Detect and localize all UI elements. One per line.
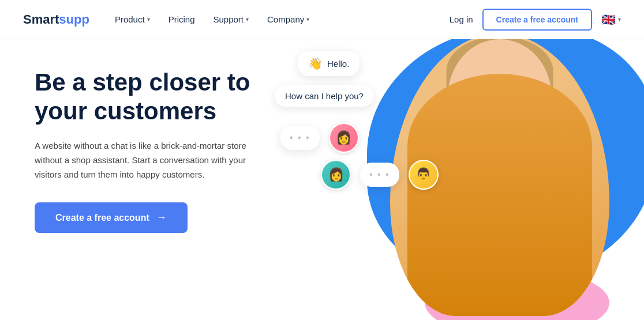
avatar-pink: 👩 [329,123,359,153]
hero-left-content: Be a step closer to your customers A web… [35,62,289,233]
chevron-down-icon: ▾ [246,16,249,22]
dots-row: 👩 • • • 👨 [321,160,448,190]
arrow-icon: → [156,212,167,224]
logo[interactable]: Smartsupp [23,12,89,27]
nav-right: Log in Create a free account 🇬🇧 ▾ [450,9,621,31]
nav-links: Product ▾ Pricing Support ▾ Company ▾ [108,10,450,29]
hero-section: Be a step closer to your customers A web… [0,39,644,320]
avatar-person-icon: 👩 [330,124,358,152]
bubble-hello-text: Hello. [327,59,349,69]
avatar-yellow: 👨 [409,160,439,190]
logo-text-supp: supp [59,12,89,27]
create-account-button-nav[interactable]: Create a free account [482,9,592,31]
chevron-down-icon: ▾ [306,16,309,22]
hero-cta-label: Create a free account [55,213,149,223]
chat-bubbles-area: 👋 Hello. How can I help you? • • • 👩 👩 [263,51,448,190]
bubble-help: How can I help you? [275,85,374,107]
avatar-person-icon-2: 👩 [322,161,350,189]
dots-icon-2: • • • [369,170,390,180]
avatar-teal: 👩 [321,160,351,190]
language-selector[interactable]: 🇬🇧 ▾ [601,13,621,27]
navbar: Smartsupp Product ▾ Pricing Support ▾ Co… [0,0,644,39]
bubble-help-text: How can I help you? [285,91,364,101]
avatar-row: • • • 👩 [280,123,448,153]
logo-text-smart: Smart [23,12,59,27]
dots-icon: • • • [290,133,310,143]
nav-product[interactable]: Product ▾ [108,10,157,29]
hero-description: A website without a chat is like a brick… [35,139,254,182]
nav-pricing[interactable]: Pricing [162,10,202,29]
bubble-hello: 👋 Hello. [298,51,360,76]
typing-indicator-2: • • • [360,163,399,187]
nav-company[interactable]: Company ▾ [260,10,316,29]
hero-title: Be a step closer to your customers [35,68,289,125]
avatar-person-icon-3: 👨 [410,161,437,189]
chevron-down-icon: ▾ [618,16,621,22]
login-link[interactable]: Log in [450,14,473,24]
hero-cta-button[interactable]: Create a free account → [35,202,188,233]
flag-icon: 🇬🇧 [601,13,616,27]
nav-support[interactable]: Support ▾ [206,10,256,29]
wave-emoji-icon: 👋 [308,57,323,70]
hero-right-content: 👋 Hello. How can I help you? • • • 👩 👩 [263,39,644,320]
chevron-down-icon: ▾ [147,16,150,22]
